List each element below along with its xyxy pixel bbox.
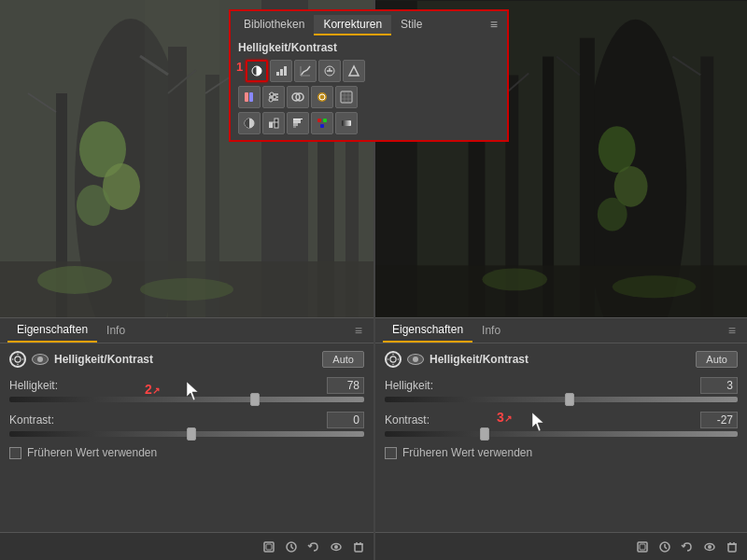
svg-marker-82 (349, 66, 359, 76)
svg-point-67 (708, 545, 712, 549)
left-tab-eigenschaften[interactable]: Eigenschaften (7, 318, 97, 343)
left-kontrast-thumb[interactable] (187, 427, 196, 441)
left-visibility-btn[interactable] (32, 354, 49, 365)
left-helligkeit-label-row: Helligkeit: (9, 377, 364, 394)
exposure-icon (323, 64, 336, 77)
photo-filter-tool-btn[interactable] (311, 86, 333, 108)
right-layer-title: Helligkeit/Kontrast (430, 353, 529, 366)
curves-tool-btn[interactable] (294, 60, 317, 82)
brightness-contrast-tool-btn[interactable] (246, 60, 268, 82)
right-helligkeit-thumb[interactable] (565, 393, 574, 406)
left-auto-button[interactable]: Auto (322, 351, 364, 368)
right-tab-eigenschaften[interactable]: Eigenschaften (383, 318, 472, 343)
svg-rect-105 (293, 123, 298, 126)
left-checkbox[interactable] (9, 447, 21, 459)
svg-rect-101 (269, 122, 273, 128)
levels-tool-btn[interactable] (270, 60, 292, 82)
tab-stile[interactable]: Stile (391, 15, 431, 35)
left-kontrast-label: Kontrast: (9, 413, 327, 427)
threshold-tool-btn[interactable] (262, 112, 285, 134)
step1-badge: 1 (236, 60, 243, 74)
svg-rect-76 (284, 66, 287, 76)
right-helligkeit-track[interactable] (385, 397, 738, 402)
selective-color-tool-btn[interactable] (311, 112, 333, 134)
triangle-icon (347, 64, 360, 77)
channel-mixer-tool-btn[interactable] (335, 86, 358, 108)
tool-row-1-container: 1 (234, 58, 503, 84)
top-tab-menu-icon[interactable]: ≡ (485, 15, 503, 35)
right-checkbox-row: Früheren Wert verwenden (385, 446, 738, 459)
svg-point-22 (15, 357, 21, 362)
left-bottom-bar (0, 532, 374, 560)
invert-icon (243, 117, 256, 130)
right-undo-icon[interactable] (678, 538, 697, 556)
svg-rect-107 (293, 119, 303, 119)
left-props-panel: Eigenschaften Info ≡ (0, 317, 374, 560)
invert-tool-btn[interactable] (238, 112, 261, 134)
left-helligkeit-row: Helligkeit: (9, 377, 364, 402)
svg-rect-74 (276, 72, 279, 76)
right-kontrast-value[interactable] (700, 412, 738, 428)
tab-bibliotheken[interactable]: Bibliotheken (234, 15, 314, 35)
left-tab-info[interactable]: Info (97, 319, 134, 342)
left-kontrast-value[interactable] (327, 412, 364, 428)
svg-rect-109 (323, 119, 327, 122)
left-kontrast-track[interactable] (9, 431, 364, 437)
left-visibility-icon[interactable] (327, 538, 345, 556)
svg-rect-68 (728, 544, 736, 552)
left-kontrast-row: Kontrast: (9, 412, 364, 437)
right-props-menu-icon[interactable]: ≡ (725, 321, 740, 340)
vibrance-tool-btn[interactable] (238, 86, 261, 108)
triangle-tool-btn[interactable] (343, 60, 365, 82)
right-brightness-contrast-icon (387, 351, 400, 368)
hsl-tool-btn[interactable] (262, 86, 285, 108)
left-helligkeit-track[interactable] (9, 397, 364, 402)
left-props-content: Helligkeit/Kontrast Auto Helligkeit: (0, 343, 374, 467)
right-helligkeit-row: Helligkeit: (385, 377, 738, 402)
tool-row-3 (234, 110, 503, 136)
left-history-icon[interactable] (282, 538, 301, 556)
top-toolbar-panel: Bibliotheken Korrekturen Stile ≡ Helligk… (229, 9, 509, 142)
right-props-tabs: Eigenschaften Info ≡ (375, 318, 747, 343)
right-visibility-icon[interactable] (700, 538, 719, 556)
left-clip-icon[interactable] (260, 538, 278, 556)
right-helligkeit-label: Helligkeit: (385, 379, 700, 392)
color-balance-icon (291, 91, 304, 104)
svg-rect-108 (317, 119, 321, 122)
left-helligkeit-thumb[interactable] (250, 393, 260, 406)
right-auto-button[interactable]: Auto (696, 351, 738, 368)
right-visibility-btn[interactable] (407, 354, 424, 365)
threshold-icon (267, 117, 280, 130)
right-clip-icon[interactable] (633, 538, 652, 556)
vibrance-icon (243, 91, 256, 104)
right-bottom-bar (375, 532, 747, 560)
right-history-icon[interactable] (655, 538, 674, 556)
right-helligkeit-value[interactable] (700, 377, 738, 394)
right-delete-icon[interactable] (723, 538, 741, 556)
right-props-content: Helligkeit/Kontrast Auto Helligkeit: (375, 343, 747, 467)
right-helligkeit-label-row: Helligkeit: (385, 377, 738, 394)
right-checkbox[interactable] (385, 447, 397, 459)
right-kontrast-label: Kontrast: (385, 413, 700, 427)
left-checkbox-label: Früheren Wert verwenden (27, 446, 157, 459)
gradient-map-tool-btn[interactable] (335, 112, 358, 134)
left-delete-icon[interactable] (349, 538, 368, 556)
svg-point-89 (273, 95, 276, 99)
curves-icon (299, 64, 312, 77)
right-kontrast-thumb[interactable] (480, 427, 489, 441)
svg-point-58 (390, 357, 396, 362)
posterize-icon (291, 117, 304, 130)
right-kontrast-track[interactable] (385, 431, 738, 437)
tab-korrekturen[interactable]: Korrekturen (314, 15, 391, 35)
svg-rect-32 (355, 544, 362, 552)
right-props-header: Helligkeit/Kontrast Auto (385, 351, 738, 368)
left-checkbox-row: Früheren Wert verwenden (9, 446, 364, 459)
right-tab-info[interactable]: Info (472, 319, 510, 342)
left-brightness-contrast-icon (11, 351, 24, 368)
left-helligkeit-value[interactable] (327, 377, 364, 394)
left-undo-icon[interactable] (304, 538, 323, 556)
exposure-tool-btn[interactable] (318, 60, 341, 82)
color-balance-tool-btn[interactable] (287, 86, 309, 108)
left-props-menu-icon[interactable]: ≡ (351, 321, 366, 340)
posterize-tool-btn[interactable] (287, 112, 309, 134)
